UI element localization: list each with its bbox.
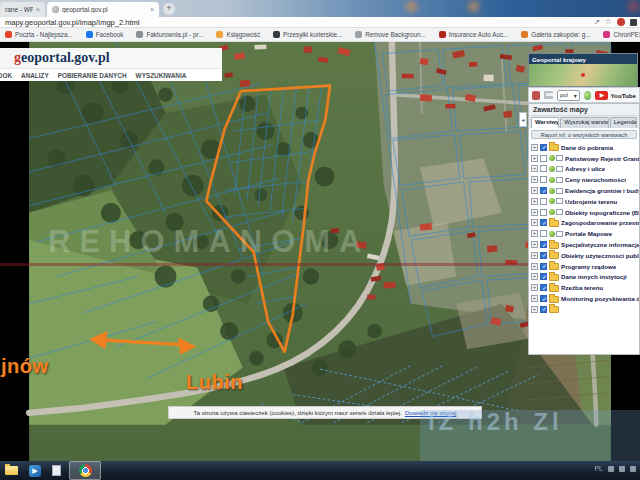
panel-tab-legenda[interactable]: Legenda xyxy=(610,117,637,128)
panel-tab-warstwy[interactable]: Warstwy xyxy=(531,117,559,128)
expand-icon[interactable]: + xyxy=(531,295,538,302)
expand-icon[interactable]: + xyxy=(531,284,538,291)
geoportal-logo[interactable]: geoportal.gov.pl xyxy=(0,48,222,69)
menu-item-analizy[interactable]: ANALIZY xyxy=(21,72,49,79)
print-icon[interactable] xyxy=(544,91,553,99)
taskbar-chrome-button[interactable] xyxy=(69,461,101,480)
tab-close-icon[interactable]: × xyxy=(150,6,154,13)
site-favicon xyxy=(52,6,59,13)
bookmark-item[interactable]: ChrońPESEL.pl - Za... xyxy=(603,31,640,38)
tray-icon[interactable] xyxy=(619,466,625,472)
bookmark-item[interactable]: Przesyłki kurierskie... xyxy=(273,31,342,38)
tab-background[interactable]: rane - WP Po... × xyxy=(0,2,45,17)
layer-label[interactable]: Programy rządowe xyxy=(561,263,616,270)
layer-checkbox[interactable] xyxy=(540,176,547,183)
layer-label[interactable]: Portale Mapowe xyxy=(565,230,612,237)
bookmark-label: Galeria zakupów: g... xyxy=(531,31,590,38)
layer-checkbox[interactable] xyxy=(540,198,547,205)
bookmark-item[interactable]: Księgowość xyxy=(216,31,260,38)
layer-checkbox[interactable] xyxy=(540,273,547,280)
expand-icon[interactable]: + xyxy=(531,144,538,151)
layer-label[interactable]: Specjalistyczne informacje geodezyjne xyxy=(561,241,639,248)
youtube-link[interactable]: ▶ YouTube xyxy=(595,91,636,100)
layer-checkbox[interactable] xyxy=(540,306,547,313)
layer-checkbox[interactable] xyxy=(540,187,547,194)
new-tab-button[interactable]: + xyxy=(163,3,175,15)
layer-checkbox[interactable] xyxy=(540,209,547,216)
layer-label[interactable]: Ewidencja gruntów i budynków xyxy=(565,187,639,194)
taskbar-document-button[interactable] xyxy=(49,463,63,478)
taskbar-mediaplayer-button[interactable]: ▶ xyxy=(27,463,43,478)
language-value: pol xyxy=(560,92,568,98)
layer-checkbox[interactable] xyxy=(540,165,547,172)
address-bar[interactable]: mapy.geoportal.gov.pl/imap/Imgp_2.html ↗… xyxy=(0,17,640,28)
layer-checkbox[interactable] xyxy=(540,144,547,151)
layer-checkbox[interactable] xyxy=(540,263,547,270)
layer-label[interactable]: Uzbrojenie terenu xyxy=(565,198,617,205)
extension-icon[interactable] xyxy=(617,18,625,26)
map-viewport[interactable]: jnów Lubin REHOMANOMA geoportal.gov.pl W… xyxy=(0,42,640,461)
youtube-label: YouTube xyxy=(610,92,636,99)
panel-collapse-handle[interactable]: ◄ xyxy=(519,112,527,127)
expand-icon[interactable]: + xyxy=(531,263,538,270)
share-icon[interactable]: ↗ xyxy=(594,18,600,26)
layer-checkbox[interactable] xyxy=(540,252,547,259)
expand-icon[interactable]: + xyxy=(531,230,538,237)
layer-label[interactable]: Obiekty topograficzne (BDO xyxy=(565,209,639,216)
layer-service-icon xyxy=(549,209,563,215)
expand-icon[interactable]: + xyxy=(531,209,538,216)
windows-taskbar: ▶ PL xyxy=(0,461,640,480)
layer-label[interactable]: Monitoring pozyskiwania danych xyxy=(561,295,639,302)
layer-checkbox[interactable] xyxy=(540,295,547,302)
taskbar-explorer-button[interactable] xyxy=(3,463,20,478)
expand-icon[interactable]: + xyxy=(531,165,538,172)
bookmark-item[interactable]: Insurance Auto Auc... xyxy=(439,31,509,38)
expand-icon[interactable]: + xyxy=(531,198,538,205)
menu-item-pobieranie-danych[interactable]: POBIERANIE DANYCH xyxy=(58,72,127,79)
layer-label[interactable]: Zagospodarowanie przestrzenne xyxy=(561,219,639,226)
tray-icon[interactable] xyxy=(608,466,614,472)
expand-icon[interactable]: + xyxy=(531,155,538,162)
menu-item-widok[interactable]: WIDOK xyxy=(0,72,12,79)
layer-checkbox[interactable] xyxy=(540,230,547,237)
tab-active[interactable]: geoportal.gov.pl × xyxy=(47,2,159,17)
tray-language-indicator[interactable]: PL xyxy=(594,465,603,472)
layer-checkbox[interactable] xyxy=(540,155,547,162)
browser-menu-icon[interactable] xyxy=(630,19,637,26)
layer-label[interactable]: Ceny nieruchomości xyxy=(565,176,626,183)
layer-checkbox[interactable] xyxy=(540,284,547,291)
expand-icon[interactable]: + xyxy=(531,241,538,248)
expand-icon[interactable]: + xyxy=(531,219,538,226)
url-text[interactable]: mapy.geoportal.gov.pl/imap/Imgp_2.html xyxy=(5,18,139,27)
report-all-layers-button[interactable]: Raport inf. o wszystkich warstwach xyxy=(531,130,637,139)
bookmark-item[interactable]: Fakturownia.pl - pr... xyxy=(136,31,203,38)
expand-icon[interactable]: + xyxy=(531,187,538,194)
menu-item-wyszukiwania[interactable]: WYSZUKIWANIA xyxy=(136,72,187,79)
tab-close-icon[interactable]: × xyxy=(36,6,40,13)
layer-label[interactable]: Dane do pobrania xyxy=(561,144,613,151)
layer-label[interactable]: Dane innych instytucji xyxy=(561,273,627,280)
layer-label[interactable]: Państwowy Rejestr Granic xyxy=(565,155,639,162)
overview-map-body[interactable] xyxy=(529,64,637,86)
bookmark-star-icon[interactable]: ☆ xyxy=(605,18,612,26)
layer-row: +Monitoring pozyskiwania danych xyxy=(529,293,639,304)
bookmark-item[interactable]: Galeria zakupów: g... xyxy=(521,31,590,38)
expand-icon[interactable]: + xyxy=(531,252,538,259)
expand-icon[interactable]: + xyxy=(531,273,538,280)
expand-icon[interactable]: + xyxy=(531,176,538,183)
layer-checkbox[interactable] xyxy=(540,241,547,248)
layer-label[interactable]: Obiekty użyteczności publicznej xyxy=(561,252,639,259)
tray-icon[interactable] xyxy=(630,466,636,472)
bookmark-item[interactable]: Poczta - Najlepsza... xyxy=(5,31,73,38)
language-select[interactable]: pol ▾ xyxy=(557,90,580,101)
layer-label[interactable]: Adresy i ulice xyxy=(565,165,605,172)
layer-label[interactable]: Rzeźba terenu xyxy=(561,284,603,291)
layer-checkbox[interactable] xyxy=(540,219,547,226)
panel-tab-wyszukaj-warstwę[interactable]: Wyszukaj warstwę xyxy=(560,117,609,128)
overview-map[interactable]: Geoportal krajowy xyxy=(528,53,638,87)
bookmark-item[interactable]: Remove Backgroun... xyxy=(355,31,426,38)
bookmark-item[interactable]: Facebook xyxy=(86,31,124,38)
map-tool-icon[interactable] xyxy=(532,91,540,100)
expand-icon[interactable]: + xyxy=(531,306,538,313)
globe-icon[interactable] xyxy=(584,91,592,100)
